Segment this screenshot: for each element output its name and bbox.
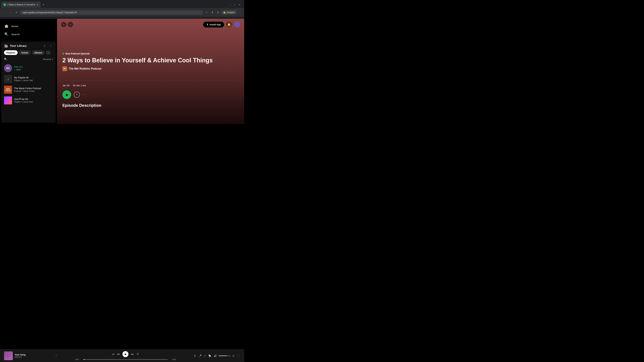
podcast-name: The Mel Robbins Podcast [69,67,102,70]
browser-toolbar: ← → ↺ open.spotify.com/episode/4oWQLCk0y… [0,8,244,17]
playlist6-sub: Playlist • Lauren Deli [14,79,53,82]
maximize-button[interactable]: □ [233,3,237,7]
sidebar-nav: 🏠 Home 🔍 Search [0,19,57,41]
just-playlist-sub: Playlist • Lauren Deli [14,101,53,103]
close-tab-button[interactable]: ✕ [36,3,38,6]
sidebar-item-search[interactable]: 🔍 Search [3,30,54,38]
new-tab-button[interactable]: + [41,2,46,7]
split-screen-icon[interactable]: ⊡ [216,10,220,15]
download-icon[interactable]: ⬇ [210,10,215,15]
app-layout: 🏠 Home 🔍 Search 📚 Your Library + → [0,19,244,124]
add-icon: + [76,93,78,96]
episode-title: 2 Ways to Believe in Yourself & Achieve … [62,57,239,64]
library-search-icon[interactable]: 🔍 [4,58,8,61]
incognito-label: Incognito [226,11,235,13]
tab-bar: 2 Ways to Believe in Yourself & ✕ + ─ □ … [0,0,244,8]
playlist6-info: My Playlist #6 Playlist • Lauren Deli [14,76,53,82]
forward-nav-button[interactable]: › [68,22,73,27]
rita-ora-thumbnail: RO [4,64,12,72]
filter-artists[interactable]: Artists [19,50,30,55]
browser-chrome: 2 Ways to Believe in Yourself & ✕ + ─ □ … [0,0,244,19]
marie-info: The Marie Forleo Podcast Podcast • Marie… [14,87,53,92]
install-icon: ⬇ [206,23,208,26]
back-nav-button[interactable]: ‹ [61,22,66,27]
playlist6-name: My Playlist #6 [14,76,53,79]
rita-ora-sub: ✦ Artist [14,68,53,71]
filter-playlists[interactable]: Playlists [4,50,18,55]
tab-title: 2 Ways to Believe in Yourself & [8,3,35,6]
playlist6-thumbnail: ♪ [4,75,12,83]
incognito-badge: 🕵 Incognito [221,10,236,14]
recents-button[interactable]: Recents ≡ [43,58,53,60]
just-playlist-info: Just-PLay list Playlist • Lauren Deli [14,98,53,103]
playlist6-type: Playlist [14,79,20,82]
list-item[interactable]: Just-PLay list Playlist • Lauren Deli [1,95,56,106]
library-header: 📚 Your Library + → [1,41,56,50]
expand-library-button[interactable]: → [48,43,53,48]
install-app-button[interactable]: ⬇ Install App [203,22,224,27]
minimize-button[interactable]: ─ [228,3,232,7]
refresh-button[interactable]: ↺ [14,10,19,15]
marie-type: Podcast [14,90,21,92]
window-controls: ─ □ ✕ [228,3,243,7]
new-episode-badge: New Podcast Episode [62,52,239,55]
marie-sub: Podcast • Marie Forleo [14,90,53,92]
marie-thumbnail: MARIEFORLEOPODCAST [4,86,12,94]
episode-play-button[interactable]: ▶ [62,90,71,99]
just-playlist-name: Just-PLay list [14,98,53,100]
nav-arrows: ‹ › [61,22,73,27]
more-options-button[interactable]: ··· [82,93,86,96]
just-playlist-thumbnail [4,96,12,104]
library-title: 📚 Your Library [4,44,41,48]
episode-date: Jan 29 [62,84,70,87]
episode-description-title: Episode Description [57,103,244,110]
filter-pills: Playlists Artists Albums › [1,50,56,57]
episode-meta: Jan 29 · 54 min 1 sec [57,81,244,90]
bookmark-icon[interactable]: ☆ [204,10,209,15]
rita-ora-name: Rita Ora [14,65,53,68]
toolbar-actions: ☆ ⬇ ⊡ 🕵 Incognito ⋮ [204,10,242,15]
just-playlist-creator: Lauren Deli [22,101,33,103]
menu-icon[interactable]: ⋮ [238,10,242,15]
add-to-library-button[interactable]: + [74,92,80,98]
rita-ora-info: Rita Ora ✦ Artist [14,65,53,71]
add-library-button[interactable]: + [42,43,47,48]
install-app-label: Install App [210,23,221,26]
library-list: RO Rita Ora ✦ Artist ♪ [1,63,56,123]
list-item[interactable]: ♪ My Playlist #6 Playlist • Lauren Deli [1,73,56,84]
top-bar: ‹ › ⬇ Install App 🔔 👤 [57,19,244,30]
active-tab[interactable]: 2 Ways to Believe in Yourself & ✕ [1,2,40,8]
filter-albums[interactable]: Albums [32,50,44,55]
notifications-button[interactable]: 🔔 [226,21,232,27]
meta-separator: · [71,84,72,87]
filter-more-button[interactable]: › [46,50,51,55]
url-text: open.spotify.com/episode/4oWQLCk0yQC7ZqO… [23,11,77,14]
forward-button[interactable]: → [8,10,13,15]
sidebar: 🏠 Home 🔍 Search 📚 Your Library + → [0,19,57,124]
verified-artist-icon: ✦ [14,69,16,71]
badge-dot [62,53,64,54]
marie-name: The Marie Forleo Podcast [14,87,53,90]
library-title-text: Your Library [10,44,27,48]
podcast-name-row: MR The Mel Robbins Podcast [62,66,239,71]
search-label: Search [12,33,20,36]
just-playlist-type: Playlist [14,101,20,103]
playlist6-creator: Lauren Deli [22,79,33,82]
library-search-bar: 🔍 Recents ≡ [1,57,56,63]
episode-controls: ▶ + ··· [57,90,244,103]
user-avatar-button[interactable]: 👤 [234,21,240,27]
recents-label: Recents [43,58,51,60]
top-bar-right: ⬇ Install App 🔔 👤 [203,21,240,27]
marie-creator: Marie Forleo [24,90,35,92]
recents-sort-icon: ≡ [52,58,53,60]
tab-favicon [3,3,6,6]
library-icon: 📚 [4,44,8,48]
library-actions: + → [42,43,53,48]
list-item[interactable]: RO Rita Ora ✦ Artist [1,63,56,73]
address-bar[interactable]: open.spotify.com/episode/4oWQLCk0yQC7ZqO… [20,10,203,15]
close-button[interactable]: ✕ [238,3,242,7]
sidebar-item-home[interactable]: 🏠 Home [3,22,54,30]
back-button[interactable]: ← [2,10,7,15]
badge-text: New Podcast Episode [66,52,90,55]
list-item[interactable]: MARIEFORLEOPODCAST The Marie Forleo Podc… [1,84,56,95]
